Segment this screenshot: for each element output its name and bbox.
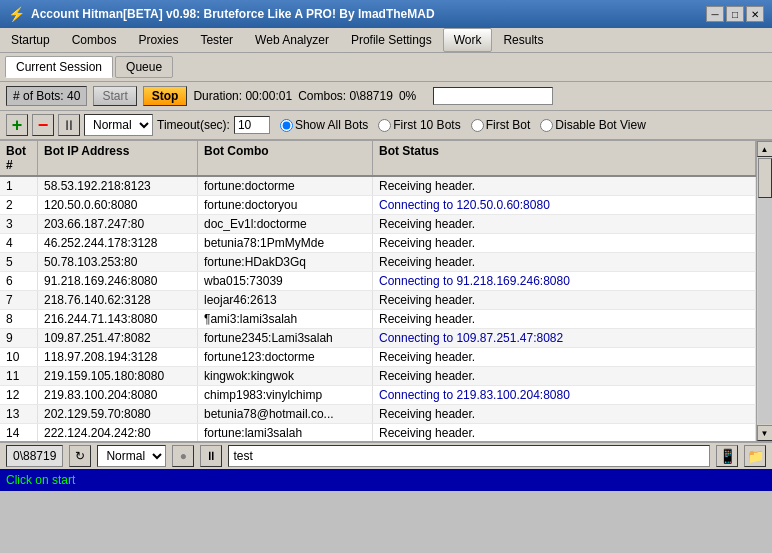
timeout-label: Timeout(sec): <box>157 118 230 132</box>
radio-first-bot[interactable]: First Bot <box>471 118 531 132</box>
cell-status: Receiving header. <box>373 310 756 328</box>
status-combos: 0\88719 <box>6 445 63 467</box>
tab-current-session[interactable]: Current Session <box>5 56 113 78</box>
stop-button[interactable]: Stop <box>143 86 188 106</box>
cell-combo: fortune:HDakD3Gq <box>198 253 373 271</box>
cell-ip: 202.129.59.70:8080 <box>38 405 198 423</box>
menu-work[interactable]: Work <box>443 28 493 52</box>
cell-combo: betunia78@hotmail.co... <box>198 405 373 423</box>
radio-show-all[interactable]: Show All Bots <box>280 118 368 132</box>
cell-ip: 46.252.244.178:3128 <box>38 234 198 252</box>
menu-bar: Startup Combos Proxies Tester Web Analyz… <box>0 28 772 53</box>
bots-count-label: # of Bots: 40 <box>6 86 87 106</box>
cell-ip: 91.218.169.246:8080 <box>38 272 198 290</box>
pause-button[interactable]: ⏸ <box>58 114 80 136</box>
table-row[interactable]: 9 109.87.251.47:8082 fortune2345:Lami3sa… <box>0 329 756 348</box>
table-row[interactable]: 8 216.244.71.143:8080 ¶ami3:lami3salah R… <box>0 310 756 329</box>
cell-combo: chimp1983:vinylchimp <box>198 386 373 404</box>
close-button[interactable]: ✕ <box>746 6 764 22</box>
radio-first-10[interactable]: First 10 Bots <box>378 118 460 132</box>
cell-combo: wba015:73039 <box>198 272 373 290</box>
cell-bot-num: 2 <box>0 196 38 214</box>
table-row[interactable]: 2 120.50.0.60:8080 fortune:doctoryou Con… <box>0 196 756 215</box>
cell-status: Receiving header. <box>373 291 756 309</box>
window-controls: ─ □ ✕ <box>706 6 764 22</box>
bottom-status-text: Click on start <box>6 473 75 487</box>
cell-bot-num: 11 <box>0 367 38 385</box>
scroll-thumb[interactable] <box>758 158 772 198</box>
percent-label: 0% <box>399 89 427 103</box>
cell-ip: 216.244.71.143:8080 <box>38 310 198 328</box>
cell-status: Connecting to 219.83.100.204:8080 <box>373 386 756 404</box>
cell-bot-num: 10 <box>0 348 38 366</box>
scrollbar[interactable]: ▲ ▼ <box>756 141 772 441</box>
table-row[interactable]: 13 202.129.59.70:8080 betunia78@hotmail.… <box>0 405 756 424</box>
cell-combo: betunia78:1PmMyMde <box>198 234 373 252</box>
menu-tester[interactable]: Tester <box>189 28 244 52</box>
cell-status: Receiving header. <box>373 348 756 366</box>
combos-label: Combos: 0\88719 <box>298 89 393 103</box>
timeout-input[interactable] <box>234 116 270 134</box>
scroll-down-button[interactable]: ▼ <box>757 425 773 441</box>
table-row[interactable]: 10 118.97.208.194:3128 fortune123:doctor… <box>0 348 756 367</box>
radio-disable-bot-view[interactable]: Disable Bot View <box>540 118 646 132</box>
table-row[interactable]: 3 203.66.187.247:80 doc_Ev1l:doctorme Re… <box>0 215 756 234</box>
session-bar: Current Session Queue <box>0 53 772 82</box>
table-row[interactable]: 11 219.159.105.180:8080 kingwok:kingwok … <box>0 367 756 386</box>
table-row[interactable]: 5 50.78.103.253:80 fortune:HDakD3Gq Rece… <box>0 253 756 272</box>
start-button[interactable]: Start <box>93 86 136 106</box>
cell-bot-num: 1 <box>0 177 38 195</box>
menu-results[interactable]: Results <box>492 28 554 52</box>
refresh-icon[interactable]: ↻ <box>69 445 91 467</box>
table-row[interactable]: 12 219.83.100.204:8080 chimp1983:vinylch… <box>0 386 756 405</box>
duration-label: Duration: 00:00:01 <box>193 89 292 103</box>
app-icon: ⚡ <box>8 6 25 22</box>
table-row[interactable]: 7 218.76.140.62:3128 leojar46:2613 Recei… <box>0 291 756 310</box>
cell-status: Receiving header. <box>373 424 756 441</box>
menu-profile-settings[interactable]: Profile Settings <box>340 28 443 52</box>
status-mode-dropdown[interactable]: Normal <box>97 445 166 467</box>
status-pause-icon[interactable]: ⏸ <box>200 445 222 467</box>
restore-button[interactable]: □ <box>726 6 744 22</box>
status-folder-icon[interactable]: 📁 <box>744 445 766 467</box>
cell-combo: kingwok:kingwok <box>198 367 373 385</box>
cell-bot-num: 9 <box>0 329 38 347</box>
status-circle-icon[interactable]: ● <box>172 445 194 467</box>
scroll-up-button[interactable]: ▲ <box>757 141 773 157</box>
cell-ip: 203.66.187.247:80 <box>38 215 198 233</box>
scroll-track <box>758 158 772 424</box>
table-body[interactable]: 1 58.53.192.218:8123 fortune:doctorme Re… <box>0 177 756 441</box>
cell-status: Connecting to 109.87.251.47:8082 <box>373 329 756 347</box>
minimize-button[interactable]: ─ <box>706 6 724 22</box>
remove-button[interactable]: − <box>32 114 54 136</box>
status-phone-icon[interactable]: 📱 <box>716 445 738 467</box>
status-input[interactable] <box>228 445 710 467</box>
cell-bot-num: 7 <box>0 291 38 309</box>
title-bar: ⚡ Account Hitman[BETA] v0.98: Bruteforce… <box>0 0 772 28</box>
table-row[interactable]: 4 46.252.244.178:3128 betunia78:1PmMyMde… <box>0 234 756 253</box>
add-button[interactable]: + <box>6 114 28 136</box>
app-window: ⚡ Account Hitman[BETA] v0.98: Bruteforce… <box>0 0 772 491</box>
bottom-bar: Click on start <box>0 469 772 491</box>
menu-web-analyzer[interactable]: Web Analyzer <box>244 28 340 52</box>
mode-dropdown[interactable]: Normal <box>84 114 153 136</box>
tab-queue[interactable]: Queue <box>115 56 173 78</box>
col-header-bot-num: Bot # <box>0 141 38 175</box>
cell-combo: doc_Ev1l:doctorme <box>198 215 373 233</box>
cell-ip: 219.159.105.180:8080 <box>38 367 198 385</box>
cell-ip: 222.124.204.242:80 <box>38 424 198 441</box>
window-title: Account Hitman[BETA] v0.98: Bruteforce L… <box>31 7 435 21</box>
cell-bot-num: 4 <box>0 234 38 252</box>
cell-combo: fortune:lami3salah <box>198 424 373 441</box>
table-row[interactable]: 6 91.218.169.246:8080 wba015:73039 Conne… <box>0 272 756 291</box>
cell-ip: 219.83.100.204:8080 <box>38 386 198 404</box>
table-row[interactable]: 14 222.124.204.242:80 fortune:lami3salah… <box>0 424 756 441</box>
table-row[interactable]: 1 58.53.192.218:8123 fortune:doctorme Re… <box>0 177 756 196</box>
cell-ip: 58.53.192.218:8123 <box>38 177 198 195</box>
cell-combo: fortune123:doctorme <box>198 348 373 366</box>
cell-bot-num: 6 <box>0 272 38 290</box>
cell-combo: fortune:doctorme <box>198 177 373 195</box>
menu-combos[interactable]: Combos <box>61 28 128 52</box>
menu-proxies[interactable]: Proxies <box>127 28 189 52</box>
menu-startup[interactable]: Startup <box>0 28 61 52</box>
